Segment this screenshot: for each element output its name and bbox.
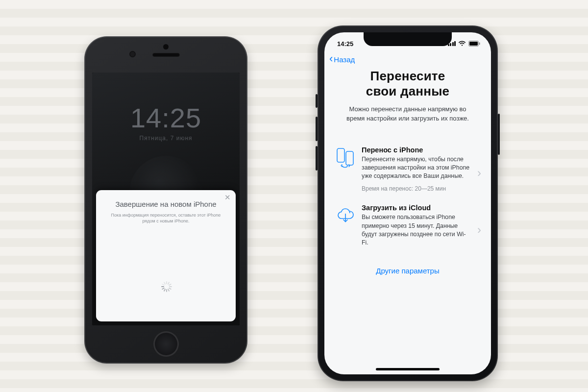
mute-switch[interactable] bbox=[316, 94, 318, 108]
display-notch bbox=[364, 32, 452, 46]
modal-body: Пока информация переносится, оставьте эт… bbox=[103, 212, 229, 224]
svg-rect-1 bbox=[469, 42, 478, 46]
nav-bar: ‹ Назад bbox=[324, 52, 491, 67]
back-label: Назад bbox=[334, 55, 355, 64]
volume-up-button[interactable] bbox=[316, 117, 318, 141]
option-download-from-icloud[interactable]: Загрузить из iCloud Вы сможете пользоват… bbox=[336, 202, 479, 257]
new-iphone-screen: 14:25 bbox=[324, 32, 491, 374]
option-title: Перенос с iPhone bbox=[362, 146, 470, 154]
option-desc: Вы сможете пользоваться iPhone примерно … bbox=[362, 213, 470, 247]
option-transfer-from-iphone[interactable]: Перенос с iPhone Перенесите напрямую, чт… bbox=[336, 144, 479, 202]
transfer-progress-modal: ✕ Завершение на новом iPhone Пока информ… bbox=[96, 190, 236, 321]
home-button[interactable] bbox=[153, 331, 179, 357]
chevron-right-icon: › bbox=[477, 223, 481, 237]
svg-rect-3 bbox=[337, 148, 344, 162]
battery-icon bbox=[468, 41, 480, 47]
other-parameters-link[interactable]: Другие параметры bbox=[336, 267, 479, 275]
home-indicator[interactable] bbox=[376, 368, 440, 370]
front-camera bbox=[129, 51, 136, 57]
lock-clock: 14:25 Пятница, 7 июня bbox=[92, 102, 240, 142]
setup-content: Перенесите свои данные Можно перенести д… bbox=[324, 67, 491, 374]
back-button[interactable]: ‹ Назад bbox=[329, 55, 355, 64]
side-button[interactable] bbox=[498, 114, 500, 155]
wifi-icon bbox=[458, 41, 466, 47]
svg-rect-2 bbox=[479, 43, 480, 45]
volume-down-button[interactable] bbox=[316, 146, 318, 171]
page-title-line1: Перенесите bbox=[336, 69, 479, 84]
modal-title: Завершение на новом iPhone bbox=[103, 200, 229, 208]
earpiece-speaker bbox=[152, 53, 180, 57]
close-icon[interactable]: ✕ bbox=[224, 193, 231, 202]
lock-date: Пятница, 7 июня bbox=[92, 135, 240, 142]
old-iphone-screen: 14:25 Пятница, 7 июня ✕ Завершение на но… bbox=[92, 73, 240, 325]
option-meta: Время на перенос: 20—25 мин bbox=[362, 185, 470, 192]
page-title-line2: свои данные bbox=[336, 84, 479, 99]
option-desc: Перенесите напрямую, чтобы после заверше… bbox=[362, 155, 470, 181]
loading-spinner-icon bbox=[161, 281, 172, 292]
new-iphone-device: 14:25 bbox=[318, 25, 498, 381]
page-subtitle: Можно перенести данные напрямую во время… bbox=[336, 105, 479, 123]
old-iphone-device: 14:25 Пятница, 7 июня ✕ Завершение на но… bbox=[84, 36, 247, 364]
proximity-sensor bbox=[163, 44, 169, 49]
icloud-download-icon bbox=[336, 204, 355, 224]
svg-rect-4 bbox=[346, 151, 353, 165]
chevron-right-icon: › bbox=[477, 166, 481, 180]
phones-transfer-icon bbox=[336, 146, 355, 169]
transfer-options: Перенос с iPhone Перенесите напрямую, чт… bbox=[336, 144, 479, 257]
lock-time: 14:25 bbox=[92, 102, 240, 134]
status-time: 14:25 bbox=[337, 40, 353, 48]
option-title: Загрузить из iCloud bbox=[362, 204, 470, 212]
